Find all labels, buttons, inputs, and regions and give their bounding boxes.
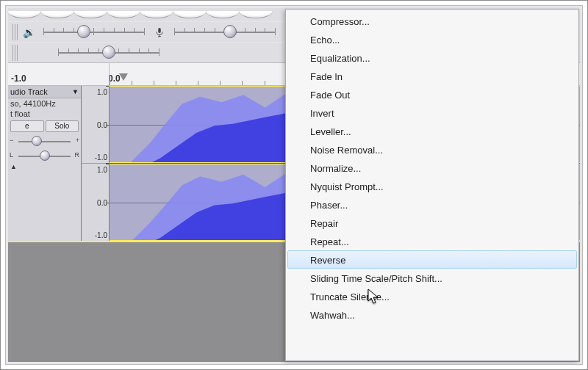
amplitude-ruler: 1.00.0-1.0 1.00.0-1.0: [82, 86, 110, 241]
track-rate: so, 44100Hz: [8, 98, 81, 109]
play-speed-slider[interactable]: [54, 46, 164, 59]
pan-left-label: L: [10, 151, 13, 159]
menu-item-normalize[interactable]: Normalize...: [287, 159, 577, 177]
track-header[interactable]: udio Track ▼: [8, 86, 81, 98]
speaker-icon: 🔉: [23, 26, 35, 38]
ruler-left-gutter: -1.0: [8, 63, 110, 85]
effects-context-menu: Compressor...Echo...Equalization...Fade …: [285, 9, 579, 361]
menu-item-reverse[interactable]: Reverse: [287, 250, 577, 269]
pan-slider[interactable]: L R: [10, 150, 79, 162]
amp-tick-label: -1.0: [95, 153, 107, 161]
track-panel: udio Track ▼ so, 44100Hz t float e Solo …: [8, 86, 82, 241]
app-frame: 🔉 +: [5, 5, 583, 365]
transport-knob[interactable]: [173, 11, 207, 18]
amp-tick-label: 1.0: [97, 88, 107, 96]
transport-knob[interactable]: [40, 11, 74, 18]
input-volume-slider[interactable]: [170, 26, 280, 39]
ruler-label: 0.0: [110, 73, 121, 84]
transport-knob[interactable]: [74, 11, 107, 18]
menu-item-invert[interactable]: Invert: [287, 104, 577, 122]
transport-knob[interactable]: [206, 11, 240, 18]
collapse-icon[interactable]: ▲: [8, 163, 81, 170]
track-name: udio Track: [10, 87, 48, 96]
menu-item-nyquist-prompt[interactable]: Nyquist Prompt...: [287, 177, 577, 195]
menu-item-wahwah[interactable]: Wahwah...: [287, 305, 577, 324]
menu-item-leveller[interactable]: Leveller...: [287, 122, 577, 140]
audacity-window: 🔉 +: [0, 0, 588, 370]
menu-item-echo[interactable]: Echo...: [287, 30, 577, 48]
amp-tick-label: 1.0: [97, 166, 107, 174]
amp-tick-label: -1.0: [95, 231, 107, 239]
menu-item-compressor[interactable]: Compressor...: [287, 12, 577, 30]
menu-item-sliding-time-scale-pitch-shift[interactable]: Sliding Time Scale/Pitch Shift...: [287, 269, 577, 287]
transport-knob[interactable]: [7, 11, 41, 18]
toolbar-grip-icon[interactable]: [12, 24, 18, 40]
menu-item-equalization[interactable]: Equalization...: [287, 48, 577, 67]
gain-slider[interactable]: − +: [10, 135, 79, 147]
track-dropdown-icon[interactable]: ▼: [72, 88, 79, 95]
menu-item-repair[interactable]: Repair: [287, 214, 577, 232]
pan-right-label: R: [75, 151, 80, 159]
menu-item-fade-in[interactable]: Fade In: [287, 67, 577, 85]
solo-button[interactable]: Solo: [46, 120, 79, 132]
menu-item-phaser[interactable]: Phaser...: [287, 195, 577, 214]
toolbar-grip-icon[interactable]: [12, 45, 18, 61]
transport-knob[interactable]: [239, 11, 273, 18]
transport-knob[interactable]: [140, 11, 173, 18]
transport-knob[interactable]: [107, 11, 140, 18]
menu-item-repeat[interactable]: Repeat...: [287, 232, 577, 250]
menu-item-noise-removal[interactable]: Noise Removal...: [287, 140, 577, 159]
track-format: t float: [8, 109, 81, 119]
menu-item-truncate-silence[interactable]: Truncate Silence...: [287, 287, 577, 305]
mute-button[interactable]: e: [10, 120, 44, 132]
ruler-label: -1.0: [11, 73, 26, 84]
output-volume-slider[interactable]: [39, 26, 149, 39]
microphone-icon: [154, 26, 165, 38]
menu-item-fade-out[interactable]: Fade Out: [287, 85, 577, 104]
